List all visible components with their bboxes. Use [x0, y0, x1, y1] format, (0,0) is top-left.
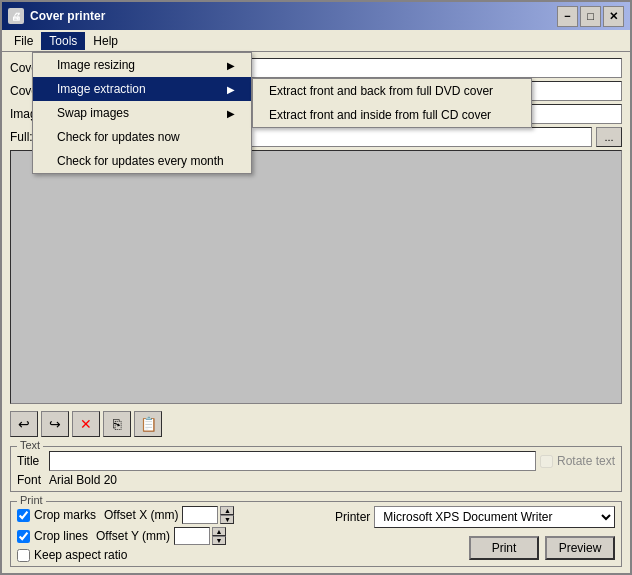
- offset-y-spinner: ▲ ▼: [174, 527, 226, 545]
- crop-lines-row: Crop lines Offset Y (mm) ▲ ▼: [17, 527, 327, 545]
- crop-marks-checkbox[interactable]: [17, 509, 30, 522]
- window-controls: − □ ✕: [557, 6, 624, 27]
- offset-y-label: Offset Y (mm): [96, 529, 170, 543]
- offset-x-spinner: ▲ ▼: [182, 506, 234, 524]
- tools-menu: Image resizing ▶ Image extraction ▶ Swap…: [32, 52, 252, 174]
- offset-y-up[interactable]: ▲: [212, 527, 226, 536]
- crop-marks-label: Crop marks: [34, 508, 96, 522]
- window-title: Cover printer: [30, 9, 105, 23]
- rotate-label: Rotate text: [557, 454, 615, 468]
- spinner-arrows-x: ▲ ▼: [220, 506, 234, 524]
- copy-button[interactable]: ⎘: [103, 411, 131, 437]
- extract-dvd[interactable]: Extract front and back from full DVD cov…: [253, 79, 531, 103]
- rotate-row: Rotate text: [540, 454, 615, 468]
- redo-button[interactable]: ↪: [41, 411, 69, 437]
- app-icon: 🖨: [8, 8, 24, 24]
- text-section: Text Title Rotate text Font Arial Bold 2…: [10, 446, 622, 492]
- font-value: Arial Bold 20: [49, 473, 117, 487]
- main-window: 🖨 Cover printer − □ ✕ File Tools Help Im…: [0, 0, 632, 575]
- keep-aspect-checkbox[interactable]: [17, 549, 30, 562]
- font-row: Font Arial Bold 20: [17, 473, 615, 487]
- crop-lines-checkbox[interactable]: [17, 530, 30, 543]
- close-button[interactable]: ✕: [603, 6, 624, 27]
- menu-image-extraction[interactable]: Image extraction ▶: [33, 77, 251, 101]
- offset-x-down[interactable]: ▼: [220, 515, 234, 524]
- browse-button[interactable]: ...: [596, 127, 622, 147]
- image-extraction-submenu: Extract front and back from full DVD cov…: [252, 78, 532, 128]
- menu-help[interactable]: Help: [85, 32, 126, 50]
- title-input[interactable]: [49, 451, 536, 471]
- printer-select[interactable]: Microsoft XPS Document Writer: [374, 506, 615, 528]
- delete-button[interactable]: ✕: [72, 411, 100, 437]
- keep-aspect-label: Keep aspect ratio: [34, 548, 127, 562]
- text-section-label: Text: [17, 439, 43, 451]
- menubar: File Tools Help Image resizing ▶ Image e…: [2, 30, 630, 52]
- crop-marks-row: Crop marks Offset X (mm) ▲ ▼: [17, 506, 327, 524]
- menu-tools[interactable]: Tools: [41, 32, 85, 50]
- undo-button[interactable]: ↩: [10, 411, 38, 437]
- title-bar: 🖨 Cover printer − □ ✕: [2, 2, 630, 30]
- font-label: Font: [17, 473, 45, 487]
- preview-button[interactable]: Preview: [545, 536, 615, 560]
- menu-file[interactable]: File: [6, 32, 41, 50]
- menu-check-updates-now[interactable]: Check for updates now: [33, 125, 251, 149]
- title-row: Title Rotate text: [17, 451, 615, 471]
- toolbar: ↩ ↪ ✕ ⎘ 📋: [10, 407, 622, 441]
- offset-x-up[interactable]: ▲: [220, 506, 234, 515]
- extract-cd[interactable]: Extract front and inside from full CD co…: [253, 103, 531, 127]
- menu-image-resizing[interactable]: Image resizing ▶: [33, 53, 251, 77]
- print-section-label: Print: [17, 494, 46, 506]
- menu-check-updates-monthly[interactable]: Check for updates every month: [33, 149, 251, 173]
- offset-y-down[interactable]: ▼: [212, 536, 226, 545]
- minimize-button[interactable]: −: [557, 6, 578, 27]
- spinner-arrows-y: ▲ ▼: [212, 527, 226, 545]
- action-buttons: Print Preview: [335, 532, 615, 560]
- crop-lines-label: Crop lines: [34, 529, 88, 543]
- title-label: Title: [17, 454, 45, 468]
- print-section: Print Crop marks Offset X (mm) ▲ ▼: [10, 501, 622, 567]
- printer-label: Printer: [335, 510, 370, 524]
- arrow-icon: ▶: [227, 108, 235, 119]
- tools-dropdown: Image resizing ▶ Image extraction ▶ Swap…: [32, 52, 252, 174]
- keep-aspect-row: Keep aspect ratio: [17, 548, 327, 562]
- print-button[interactable]: Print: [469, 536, 539, 560]
- canvas-area: [10, 150, 622, 404]
- rotate-checkbox[interactable]: [540, 455, 553, 468]
- offset-y-input[interactable]: [174, 527, 210, 545]
- maximize-button[interactable]: □: [580, 6, 601, 27]
- paste-button[interactable]: 📋: [134, 411, 162, 437]
- arrow-icon: ▶: [227, 60, 235, 71]
- arrow-icon: ▶: [227, 84, 235, 95]
- menu-swap-images[interactable]: Swap images ▶: [33, 101, 251, 125]
- printer-row: Printer Microsoft XPS Document Writer: [335, 506, 615, 528]
- offset-x-label: Offset X (mm): [104, 508, 178, 522]
- offset-x-input[interactable]: [182, 506, 218, 524]
